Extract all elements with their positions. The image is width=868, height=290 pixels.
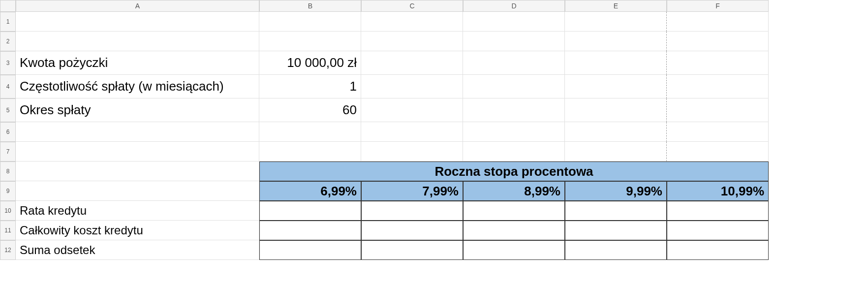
cell-b1[interactable] xyxy=(259,12,361,32)
cell-a9[interactable] xyxy=(16,181,259,201)
cell-e10[interactable] xyxy=(565,201,667,221)
cell-d11[interactable] xyxy=(463,221,565,240)
cell-e12[interactable] xyxy=(565,240,667,260)
cell-c4[interactable] xyxy=(361,75,463,98)
cell-b7[interactable] xyxy=(259,142,361,161)
col-header-c[interactable]: C xyxy=(361,0,463,12)
cell-c3[interactable] xyxy=(361,51,463,75)
cell-a5-period-label[interactable]: Okres spłaty xyxy=(16,98,259,122)
annual-rate-header[interactable]: Roczna stopa procentowa xyxy=(259,161,769,181)
cell-b10[interactable] xyxy=(259,201,361,221)
row-header-5[interactable]: 5 xyxy=(0,98,16,122)
cell-c5[interactable] xyxy=(361,98,463,122)
cell-a12-interest-sum-label[interactable]: Suma odsetek xyxy=(16,240,259,260)
cell-c2[interactable] xyxy=(361,32,463,51)
row-header-10[interactable]: 10 xyxy=(0,201,16,221)
row-header-8[interactable]: 8 xyxy=(0,161,16,181)
cell-b6[interactable] xyxy=(259,122,361,142)
col-header-d[interactable]: D xyxy=(463,0,565,12)
row-header-11[interactable]: 11 xyxy=(0,221,16,240)
cell-e5[interactable] xyxy=(565,98,667,122)
cell-f11[interactable] xyxy=(667,221,769,240)
cell-c12[interactable] xyxy=(361,240,463,260)
cell-a6[interactable] xyxy=(16,122,259,142)
cell-a1[interactable] xyxy=(16,12,259,32)
cell-e1[interactable] xyxy=(565,12,667,32)
row-header-4[interactable]: 4 xyxy=(0,75,16,98)
cell-b11[interactable] xyxy=(259,221,361,240)
cell-e6[interactable] xyxy=(565,122,667,142)
cell-a2[interactable] xyxy=(16,32,259,51)
cell-f2[interactable] xyxy=(667,32,769,51)
cell-a7[interactable] xyxy=(16,142,259,161)
cell-e11[interactable] xyxy=(565,221,667,240)
cell-c9-rate[interactable]: 7,99% xyxy=(361,181,463,201)
cell-e9-rate[interactable]: 9,99% xyxy=(565,181,667,201)
cell-c6[interactable] xyxy=(361,122,463,142)
cell-a11-total-cost-label[interactable]: Całkowity koszt kredytu xyxy=(16,221,259,240)
col-header-e[interactable]: E xyxy=(565,0,667,12)
cell-b2[interactable] xyxy=(259,32,361,51)
cell-d9-rate[interactable]: 8,99% xyxy=(463,181,565,201)
cell-e4[interactable] xyxy=(565,75,667,98)
cell-d7[interactable] xyxy=(463,142,565,161)
corner-cell[interactable] xyxy=(0,0,16,12)
cell-c7[interactable] xyxy=(361,142,463,161)
cell-b3-loan-amount-value[interactable]: 10 000,00 zł xyxy=(259,51,361,75)
cell-d1[interactable] xyxy=(463,12,565,32)
cell-d5[interactable] xyxy=(463,98,565,122)
cell-a8[interactable] xyxy=(16,161,259,181)
cell-f4[interactable] xyxy=(667,75,769,98)
cell-d4[interactable] xyxy=(463,75,565,98)
row-header-9[interactable]: 9 xyxy=(0,181,16,201)
cell-f9-rate[interactable]: 10,99% xyxy=(667,181,769,201)
cell-e2[interactable] xyxy=(565,32,667,51)
cell-f6[interactable] xyxy=(667,122,769,142)
cell-f1[interactable] xyxy=(667,12,769,32)
cell-c10[interactable] xyxy=(361,201,463,221)
cell-b12[interactable] xyxy=(259,240,361,260)
cell-d6[interactable] xyxy=(463,122,565,142)
row-header-1[interactable]: 1 xyxy=(0,12,16,32)
row-header-6[interactable]: 6 xyxy=(0,122,16,142)
cell-f3[interactable] xyxy=(667,51,769,75)
cell-b5-period-value[interactable]: 60 xyxy=(259,98,361,122)
cell-f5[interactable] xyxy=(667,98,769,122)
cell-e7[interactable] xyxy=(565,142,667,161)
cell-b9-rate[interactable]: 6,99% xyxy=(259,181,361,201)
cell-a10-installment-label[interactable]: Rata kredytu xyxy=(16,201,259,221)
row-header-2[interactable]: 2 xyxy=(0,32,16,51)
cell-b4-frequency-value[interactable]: 1 xyxy=(259,75,361,98)
cell-d2[interactable] xyxy=(463,32,565,51)
cell-f12[interactable] xyxy=(667,240,769,260)
cell-d3[interactable] xyxy=(463,51,565,75)
col-header-a[interactable]: A xyxy=(16,0,259,12)
cell-a3-loan-amount-label[interactable]: Kwota pożyczki xyxy=(16,51,259,75)
spreadsheet-grid[interactable]: A B C D E F 1 2 3 Kwota pożyczki 10 000,… xyxy=(0,0,868,260)
cell-f10[interactable] xyxy=(667,201,769,221)
cell-c11[interactable] xyxy=(361,221,463,240)
cell-c1[interactable] xyxy=(361,12,463,32)
row-header-3[interactable]: 3 xyxy=(0,51,16,75)
cell-d10[interactable] xyxy=(463,201,565,221)
row-header-7[interactable]: 7 xyxy=(0,142,16,161)
cell-f7[interactable] xyxy=(667,142,769,161)
col-header-b[interactable]: B xyxy=(259,0,361,12)
cell-e3[interactable] xyxy=(565,51,667,75)
cell-a4-frequency-label[interactable]: Częstotliwość spłaty (w miesiącach) xyxy=(16,75,259,98)
col-header-f[interactable]: F xyxy=(667,0,769,12)
row-header-12[interactable]: 12 xyxy=(0,240,16,260)
cell-d12[interactable] xyxy=(463,240,565,260)
